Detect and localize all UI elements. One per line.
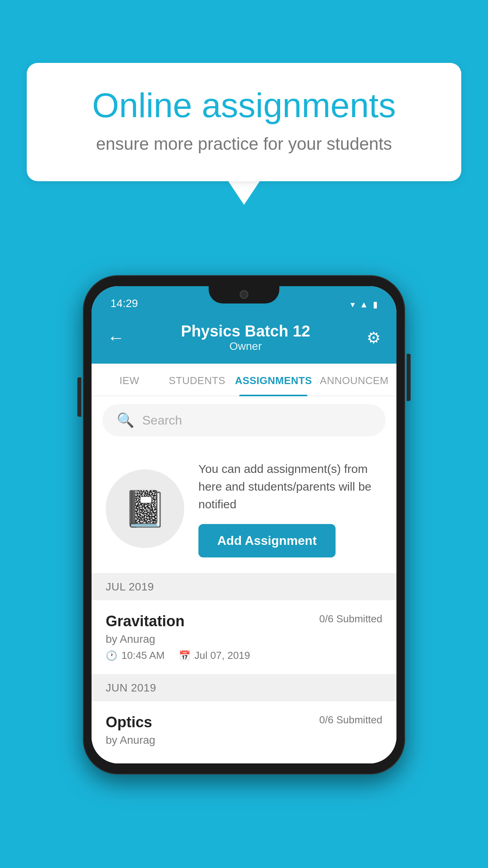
optics-row1: Optics 0/6 Submitted [106,714,382,731]
assignment-name: Gravitation [106,613,185,630]
calendar-icon: 📅 [179,650,191,661]
info-icon-circle: 📓 [106,469,184,548]
notebook-icon: 📓 [123,488,167,530]
month-separator-jul: JUL 2019 [92,574,396,600]
month-separator-jun: JUN 2019 [92,675,396,701]
speech-bubble-wrapper: Online assignments ensure more practice … [27,63,461,205]
search-icon: 🔍 [117,412,134,428]
phone-outer: 14:29 ▾ ▲ ▮ ← Physics Batch 12 Owner ⚙ [83,275,405,774]
info-description: You can add assignment(s) from here and … [198,460,382,513]
app-header: ← Physics Batch 12 Owner ⚙ [92,314,396,364]
back-button[interactable]: ← [107,328,125,348]
tabs: IEW STUDENTS ASSIGNMENTS ANNOUNCEM [92,364,396,396]
optics-by: by Anurag [106,734,382,747]
info-text-area: You can add assignment(s) from here and … [198,460,382,557]
phone-notch [209,286,279,303]
header-subtitle: Owner [181,340,310,353]
tab-iew[interactable]: IEW [95,364,163,395]
assignment-time: 🕐 10:45 AM [106,649,165,662]
status-time: 14:29 [110,297,138,310]
assignment-date: 📅 Jul 07, 2019 [179,649,250,662]
clock-icon: 🕐 [106,650,117,661]
assignment-row1: Gravitation 0/6 Submitted [106,613,382,630]
info-section: 📓 You can add assignment(s) from here an… [92,444,396,574]
optics-status: 0/6 Submitted [319,714,382,726]
tab-assignments[interactable]: ASSIGNMENTS [231,364,316,395]
tab-announcements[interactable]: ANNOUNCEM [316,364,393,395]
search-input[interactable]: Search [142,413,182,428]
optics-name: Optics [106,714,152,731]
status-icons: ▾ ▲ ▮ [350,300,378,310]
phone-screen: 14:29 ▾ ▲ ▮ ← Physics Batch 12 Owner ⚙ [92,286,396,763]
header-title: Physics Batch 12 [181,322,310,340]
speech-bubble-tail [228,181,260,205]
phone-wrapper: 14:29 ▾ ▲ ▮ ← Physics Batch 12 Owner ⚙ [83,275,405,774]
header-center: Physics Batch 12 Owner [181,322,310,353]
signal-icon: ▲ [360,300,368,310]
settings-icon[interactable]: ⚙ [367,329,381,347]
wifi-icon: ▾ [350,300,355,310]
assignment-meta: 🕐 10:45 AM 📅 Jul 07, 2019 [106,649,382,662]
speech-bubble: Online assignments ensure more practice … [27,63,461,181]
assignment-item-gravitation[interactable]: Gravitation 0/6 Submitted by Anurag 🕐 10… [92,600,396,675]
assignment-item-optics[interactable]: Optics 0/6 Submitted by Anurag [92,701,396,763]
speech-bubble-title: Online assignments [58,86,430,125]
tab-students[interactable]: STUDENTS [163,364,231,395]
camera-notch [240,290,248,299]
search-container: 🔍 Search [92,396,396,444]
assignment-by: by Anurag [106,633,382,645]
assignment-date-value: Jul 07, 2019 [194,649,250,662]
assignment-time-value: 10:45 AM [121,649,165,662]
battery-icon: ▮ [373,300,378,310]
search-bar[interactable]: 🔍 Search [103,404,385,436]
speech-bubble-subtitle: ensure more practice for your students [58,134,430,154]
assignment-status: 0/6 Submitted [319,613,382,625]
add-assignment-button[interactable]: Add Assignment [198,524,336,557]
